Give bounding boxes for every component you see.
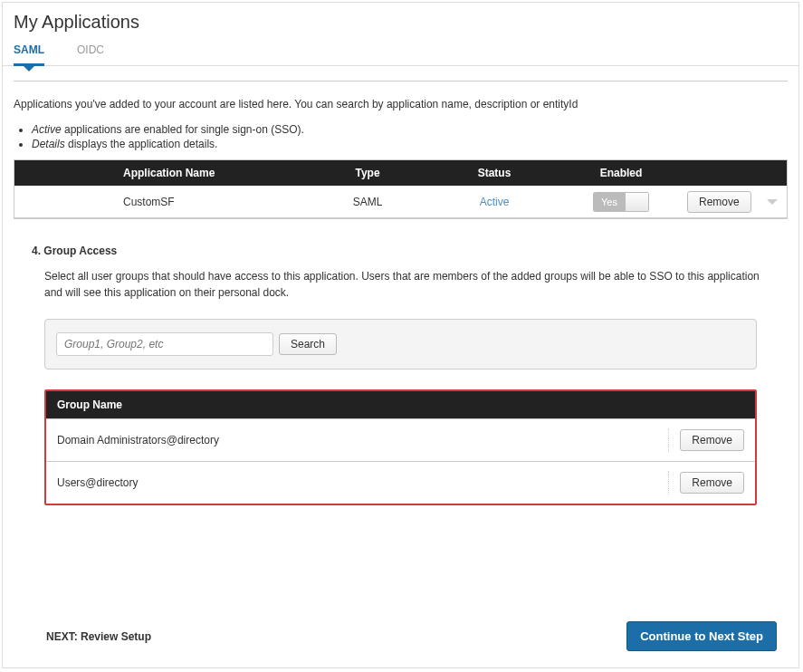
- group-actions: Remove: [668, 471, 744, 494]
- footer: NEXT: Review Setup Continue to Next Step: [3, 609, 798, 667]
- group-name: Users@directory: [57, 476, 139, 489]
- app-name: CustomSF: [14, 196, 304, 208]
- intro-text: Applications you've added to your accoun…: [3, 82, 798, 118]
- group-row: Users@directory Remove: [46, 461, 755, 504]
- intro-em: Details: [32, 138, 65, 150]
- app-container: My Applications SAML OIDC Applications y…: [2, 2, 799, 668]
- intro-rest: displays the application details.: [65, 138, 218, 150]
- col-header-status: Status: [431, 167, 558, 179]
- enabled-toggle[interactable]: Yes: [593, 192, 649, 212]
- divider: [668, 428, 669, 452]
- groups-table: Group Name Domain Administrators@directo…: [44, 389, 757, 505]
- table-row: CustomSF SAML Active Yes Remove: [14, 186, 787, 218]
- divider: [668, 471, 669, 494]
- intro-rest: applications are enabled for single sign…: [62, 123, 304, 136]
- tab-saml[interactable]: SAML: [14, 43, 44, 65]
- tab-oidc[interactable]: OIDC: [77, 43, 104, 65]
- group-actions: Remove: [668, 428, 744, 452]
- search-box: Search: [44, 319, 757, 370]
- remove-group-button[interactable]: Remove: [680, 429, 744, 451]
- next-step-label: NEXT: Review Setup: [46, 630, 151, 643]
- group-access-section: 4. Group Access Select all user groups t…: [3, 219, 798, 505]
- tabs: SAML OIDC: [3, 38, 798, 66]
- remove-group-button[interactable]: Remove: [680, 472, 744, 494]
- app-status-link[interactable]: Active: [480, 196, 510, 208]
- section-description: Select all user groups that should have …: [32, 268, 770, 301]
- intro-list: Active applications are enabled for sing…: [3, 118, 798, 150]
- continue-button[interactable]: Continue to Next Step: [626, 621, 777, 651]
- applications-header: Application Name Type Status Enabled: [14, 160, 787, 186]
- toggle-label: Yes: [594, 193, 625, 211]
- col-header-enabled: Enabled: [558, 167, 684, 179]
- group-name: Domain Administrators@directory: [57, 434, 219, 446]
- col-header-type: Type: [304, 167, 431, 179]
- groups-header: Group Name: [46, 391, 755, 418]
- col-header-name: Application Name: [14, 167, 304, 179]
- group-row: Domain Administrators@directory Remove: [46, 418, 755, 461]
- intro-bullet: Details displays the application details…: [32, 138, 798, 150]
- applications-table: Application Name Type Status Enabled Cus…: [14, 159, 788, 219]
- remove-button[interactable]: Remove: [687, 191, 751, 213]
- intro-bullet: Active applications are enabled for sing…: [32, 123, 798, 136]
- group-search-input[interactable]: [56, 332, 273, 356]
- intro-em: Active: [32, 123, 62, 136]
- section-title: 4. Group Access: [32, 245, 770, 257]
- page-title: My Applications: [3, 3, 798, 38]
- search-button[interactable]: Search: [279, 333, 337, 355]
- chevron-down-icon[interactable]: [767, 199, 778, 205]
- app-type: SAML: [304, 196, 431, 208]
- toggle-handle: [625, 193, 648, 211]
